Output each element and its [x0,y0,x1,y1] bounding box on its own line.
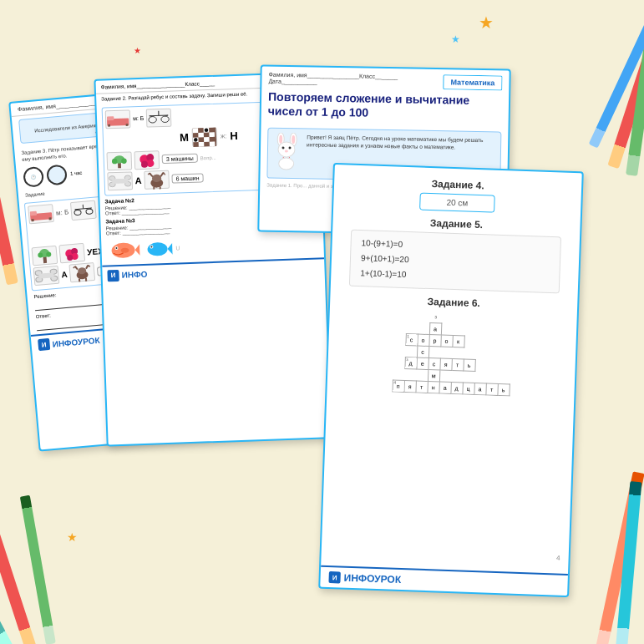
cw-cell-1-marker: 1с [405,333,417,345]
cw-empty [486,371,498,383]
cw-cell-s3: с [428,357,439,369]
svg-line-41 [89,266,90,267]
c2-bed-image [105,109,131,129]
c2-letter-M: М [180,131,189,144]
cw-empty [474,371,486,383]
cw-empty [416,369,428,381]
cw-cell-o1: о [417,334,428,346]
cw-cell-n: н [427,381,439,393]
logo-text-4: ИНФОУРОК [343,572,401,586]
c2-checkers [191,128,217,147]
cw-empty [453,323,464,335]
cw-empty [453,312,464,323]
logo-icon-1: И [38,338,50,351]
cw-empty [393,357,404,368]
cw-empty [440,347,452,358]
svg-marker-94 [167,242,172,254]
svg-rect-45 [107,116,114,120]
cw-empty [393,345,405,357]
logo-icon-2: И [107,270,119,281]
cw-empty [476,324,488,336]
cw-cell-t2: т [415,381,427,393]
cw-empty [439,370,451,382]
cw-empty [394,322,406,333]
crossword-table: з а [392,310,512,396]
clock-2 [46,164,68,185]
cw-empty [441,323,453,335]
cw-cell-ya2: я [403,380,415,392]
c2-letter-N: Н [230,129,238,142]
task4-title: Задание 4. [346,175,570,194]
fish-image [106,237,140,263]
star-decor-1: ★ [479,13,494,33]
subject-label: Математика [443,74,502,90]
svg-rect-55 [192,128,198,133]
cw-empty [488,325,499,337]
svg-point-107 [279,157,294,169]
cw-empty [428,346,440,357]
cw-cell-2-marker: зд [404,357,416,368]
star-decor-2: ★ [451,33,460,45]
raspberry-image [58,243,85,264]
cw-empty [475,347,487,359]
cw-cell-4-marker: 4п [392,380,403,392]
logo-text-1: ИНФОУРОК [52,335,100,348]
math-title: Повторяем сложение и вычитание чисел от … [268,90,503,122]
fish-image-2 [143,236,173,261]
cw-empty [452,347,464,358]
bed-image [28,204,54,225]
c2-partial-text: Вопр... [200,155,216,161]
cw-empty [487,336,499,347]
c2-moose-image [144,170,170,190]
bone-image [33,266,60,287]
cw-empty [474,359,486,371]
cw-cell-a3: а [474,383,485,394]
svg-rect-62 [210,141,216,146]
svg-point-6 [74,210,81,216]
cw-empty [488,313,499,325]
cw-cell-o2: о [440,335,452,347]
svg-rect-1 [30,211,37,216]
cw-cell-s2: с [417,346,428,357]
cw-cell-a: а [429,322,441,334]
svg-rect-21 [43,256,47,263]
svg-rect-58 [209,132,215,137]
svg-point-51 [161,116,170,123]
cw-empty [475,336,487,347]
c2-letter-zh: ж: [221,133,227,140]
cw-empty [406,322,418,333]
cw-cell-ts: ц [462,382,474,393]
logo-icon-4: И [328,571,340,583]
cw-cell-k: к [452,335,464,347]
time-label-1: 1 час [70,170,83,176]
card3-header-area: Математика Фамилия, имя________________К… [261,66,510,129]
cw-empty [393,368,404,380]
scales-image [70,200,97,221]
svg-rect-46 [108,124,110,127]
cw-empty [476,312,488,324]
c2-raspberry-image [134,150,160,170]
cw-empty [487,347,499,359]
cw-cell-a2: а [439,382,450,393]
clock-icon: 🕐 [23,166,44,188]
svg-rect-77 [112,179,128,184]
letter-mb: м: Б [56,208,69,216]
svg-marker-89 [134,244,139,256]
c2-mb-letter: м: Б [133,115,145,121]
svg-line-82 [150,173,151,175]
cw-empty [464,324,476,336]
cw-empty [418,322,429,334]
svg-rect-60 [204,137,210,142]
cw-empty [404,368,416,380]
letter-A: А [61,269,68,279]
cw-cell-soft: ь [463,359,474,371]
cw-cell-m: м [428,369,439,381]
cw-empty: з [429,311,441,322]
cw-cell-t: т [451,358,463,370]
star-decor-4: ★ [67,530,78,544]
cw-cell-r: р [428,334,440,346]
cw-empty [405,345,417,357]
c2-scales-image [146,108,172,127]
plant-image [32,246,58,266]
cw-empty [406,310,418,322]
